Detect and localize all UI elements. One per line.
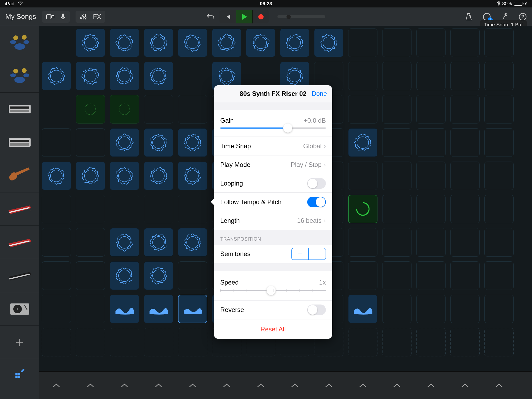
loop-cell[interactable] bbox=[144, 261, 173, 290]
loop-cell[interactable] bbox=[382, 228, 412, 257]
loop-cell[interactable] bbox=[110, 228, 139, 257]
loop-cell[interactable] bbox=[178, 195, 207, 223]
loop-cell[interactable] bbox=[382, 328, 412, 356]
loop-cell[interactable] bbox=[416, 28, 446, 57]
play-button[interactable] bbox=[236, 10, 252, 23]
loop-cell[interactable] bbox=[76, 195, 105, 223]
column-trigger[interactable] bbox=[210, 372, 244, 399]
loop-cell[interactable] bbox=[178, 228, 207, 257]
loop-cell[interactable] bbox=[280, 28, 309, 57]
follow-toggle[interactable] bbox=[307, 197, 326, 207]
track-header-drums-2[interactable] bbox=[0, 59, 39, 93]
column-trigger[interactable] bbox=[176, 372, 210, 399]
loop-cell[interactable] bbox=[348, 228, 377, 257]
loop-cell[interactable] bbox=[178, 28, 207, 57]
track-header-drums-1[interactable] bbox=[0, 26, 39, 59]
column-trigger[interactable] bbox=[107, 372, 142, 399]
loop-cell[interactable] bbox=[348, 95, 377, 124]
loop-cell[interactable] bbox=[348, 162, 377, 190]
loop-cell[interactable] bbox=[484, 128, 514, 157]
loop-cell[interactable] bbox=[484, 62, 514, 90]
semitones-minus-button[interactable]: − bbox=[292, 248, 309, 260]
loop-cell[interactable] bbox=[144, 295, 173, 323]
loop-cell[interactable] bbox=[42, 328, 71, 356]
loop-cell[interactable] bbox=[178, 261, 207, 290]
loop-cell[interactable] bbox=[484, 95, 514, 124]
loop-cell[interactable] bbox=[484, 328, 514, 356]
fx-button[interactable]: FX bbox=[93, 13, 101, 20]
track-header-keys-red-2[interactable] bbox=[0, 226, 39, 259]
loop-cell[interactable] bbox=[382, 62, 412, 90]
loop-cell[interactable] bbox=[110, 162, 139, 190]
track-header-synth-1[interactable] bbox=[0, 93, 39, 126]
loop-cell[interactable] bbox=[144, 62, 173, 90]
loop-cell[interactable] bbox=[314, 28, 343, 57]
loop-cell[interactable] bbox=[416, 195, 446, 223]
loop-cell[interactable] bbox=[416, 228, 446, 257]
loop-cell[interactable] bbox=[144, 95, 173, 124]
loop-cell[interactable] bbox=[382, 261, 412, 290]
loop-cell[interactable] bbox=[348, 195, 377, 223]
loop-cell[interactable] bbox=[484, 228, 514, 257]
column-trigger[interactable] bbox=[73, 372, 107, 399]
loop-cell[interactable] bbox=[382, 95, 412, 124]
loop-cell[interactable] bbox=[450, 328, 480, 356]
loop-cell[interactable] bbox=[382, 295, 412, 323]
loop-cell[interactable] bbox=[450, 162, 480, 190]
loop-cell[interactable] bbox=[348, 28, 377, 57]
loop-cell[interactable] bbox=[450, 195, 480, 223]
loop-cell[interactable] bbox=[416, 162, 446, 190]
go-to-start-button[interactable] bbox=[219, 10, 236, 23]
track-header-guitar[interactable] bbox=[0, 159, 39, 192]
loop-cell[interactable] bbox=[76, 62, 105, 90]
loop-cell[interactable] bbox=[348, 62, 377, 90]
loop-cell[interactable] bbox=[110, 195, 139, 223]
loop-cell[interactable] bbox=[246, 28, 275, 57]
loop-cell[interactable] bbox=[382, 128, 412, 157]
track-header-synth-2[interactable] bbox=[0, 126, 39, 159]
browser-icon[interactable] bbox=[46, 14, 54, 20]
column-trigger[interactable] bbox=[39, 372, 73, 399]
loop-cell[interactable] bbox=[76, 228, 105, 257]
loop-cell[interactable] bbox=[348, 128, 377, 157]
loop-cell[interactable] bbox=[450, 95, 480, 124]
loop-cell[interactable] bbox=[212, 28, 241, 57]
length-row[interactable]: Length 16 beats› bbox=[214, 211, 332, 230]
column-trigger[interactable] bbox=[312, 372, 346, 399]
semitones-plus-button[interactable]: + bbox=[309, 248, 326, 260]
play-mode-row[interactable]: Play Mode Play / Stop› bbox=[214, 155, 332, 174]
loop-cell[interactable] bbox=[76, 28, 105, 57]
loop-browser-icon[interactable] bbox=[483, 13, 491, 21]
track-header-keys-black[interactable] bbox=[0, 259, 39, 292]
loop-cell[interactable] bbox=[416, 128, 446, 157]
loop-cell[interactable] bbox=[484, 162, 514, 190]
help-icon[interactable]: ? bbox=[519, 13, 527, 21]
loop-cell[interactable] bbox=[42, 261, 71, 290]
column-trigger[interactable] bbox=[380, 372, 414, 399]
loop-cell[interactable] bbox=[178, 128, 207, 157]
column-trigger[interactable] bbox=[482, 372, 516, 399]
track-header-keys-red-1[interactable] bbox=[0, 192, 39, 226]
loop-cell[interactable] bbox=[42, 62, 71, 90]
loop-cell[interactable] bbox=[382, 162, 412, 190]
loop-cell[interactable] bbox=[450, 295, 480, 323]
column-trigger[interactable] bbox=[244, 372, 278, 399]
loop-cell[interactable] bbox=[144, 328, 173, 356]
record-button[interactable] bbox=[252, 10, 269, 23]
loop-cell[interactable] bbox=[76, 128, 105, 157]
loop-cell[interactable] bbox=[450, 28, 480, 57]
add-track-button[interactable] bbox=[0, 326, 39, 359]
loop-cell[interactable] bbox=[416, 95, 446, 124]
loop-cell[interactable] bbox=[484, 295, 514, 323]
column-trigger[interactable] bbox=[142, 372, 176, 399]
loop-cell[interactable] bbox=[450, 261, 480, 290]
edit-grid-button[interactable] bbox=[0, 359, 39, 386]
loop-cell[interactable] bbox=[42, 162, 71, 190]
mixer-icon[interactable] bbox=[80, 14, 87, 20]
column-trigger[interactable] bbox=[414, 372, 448, 399]
loop-cell[interactable] bbox=[144, 228, 173, 257]
loop-cell[interactable] bbox=[348, 295, 377, 323]
loop-cell[interactable] bbox=[42, 295, 71, 323]
loop-cell[interactable] bbox=[42, 195, 71, 223]
done-button[interactable]: Done bbox=[312, 90, 327, 97]
